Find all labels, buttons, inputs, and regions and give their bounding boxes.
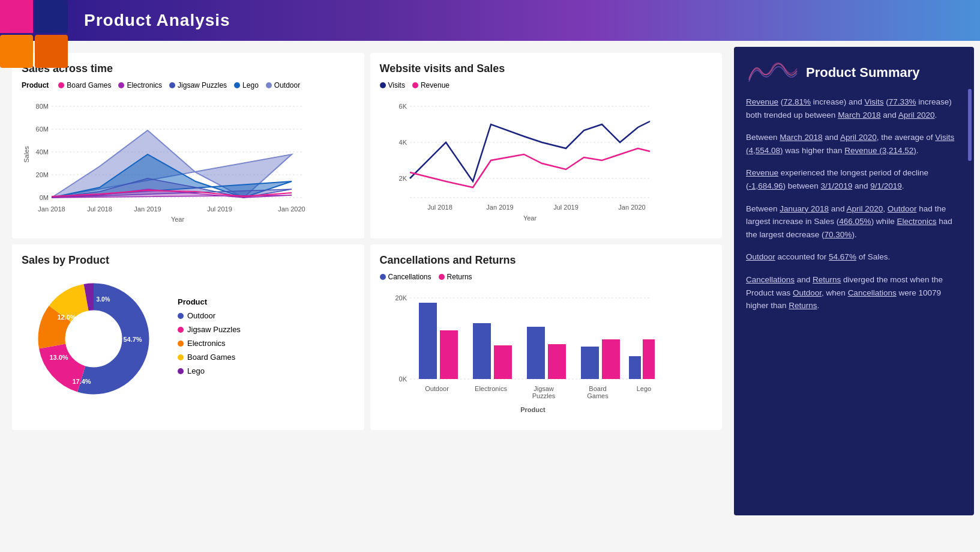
legend-board-games-donut: Board Games: [178, 353, 241, 362]
summary-panel: Product Summary Revenue (72.81% increase…: [734, 47, 974, 515]
summary-header: Product Summary: [746, 59, 962, 86]
lego-cancel-bar: [629, 356, 641, 379]
electronics-dot: [118, 82, 124, 88]
visits-dot: [380, 82, 386, 88]
visits-underline: Visits: [864, 97, 883, 106]
summary-p1: Revenue (72.81% increase) and Visits (77…: [746, 96, 962, 121]
svg-text:Puzzles: Puzzles: [532, 392, 555, 399]
website-visits-section: Website visits and Sales Visits Revenue: [370, 53, 723, 238]
legend-electronics-donut: Electronics: [178, 339, 241, 348]
svg-text:6K: 6K: [398, 103, 407, 110]
legend-lego-donut: Lego: [178, 366, 241, 375]
electronics-donut-label: Electronics: [187, 339, 226, 348]
visits-legend: Visits Revenue: [380, 81, 713, 89]
legend-jigsaw: Jigsaw Puzzles: [169, 81, 227, 89]
revenue-label: Revenue: [421, 81, 449, 89]
svg-text:Year: Year: [523, 214, 537, 222]
cancellations-legend: Cancellations Returns: [380, 273, 713, 281]
board-games-label: Board Games: [67, 81, 111, 89]
legend-lego: Lego: [234, 81, 259, 89]
board-games-dot: [58, 82, 64, 88]
revenue-underline: Revenue: [746, 97, 778, 106]
jigsaw-returns-bar: [548, 344, 566, 379]
electronics-donut-dot: [178, 341, 184, 347]
legend-visits: Visits: [380, 81, 405, 89]
boardgames-returns-bar: [602, 339, 620, 379]
revenue-decline: Revenue: [746, 168, 778, 177]
svg-text:Jul 2019: Jul 2019: [207, 205, 232, 213]
electronics-label: Electronics: [127, 81, 162, 89]
page-title: Product Analysis: [84, 11, 230, 30]
logo: [0, 0, 72, 72]
date-start: 3/1/2019: [821, 181, 853, 190]
sales-across-time-chart: 80M 60M 40M 20M 0M Sales: [22, 94, 310, 226]
donut-legend: Product Outdoor Jigsaw Puzzles Electroni…: [178, 297, 241, 380]
summary-wave-icon: [746, 59, 800, 86]
summary-title-rest: Summary: [856, 65, 919, 80]
summary-p5: Outdoor accounted for 54.67% of Sales.: [746, 250, 962, 264]
decline-val: -1,684.96: [749, 181, 783, 190]
product-legend-title: Product: [178, 297, 241, 306]
website-visits-chart: 6K 4K 2K Jul 2018 Jan 2019 Jul 2019 Jan …: [380, 94, 656, 226]
jigsaw-label: Jigsaw Puzzles: [178, 81, 227, 89]
svg-text:Jul 2019: Jul 2019: [553, 204, 579, 211]
svg-text:Jan 2019: Jan 2019: [134, 205, 161, 213]
march-2018: March 2018: [838, 111, 880, 120]
svg-text:Jan 2019: Jan 2019: [486, 204, 513, 211]
board-games-donut-label: Board Games: [187, 353, 235, 362]
outdoor-donut-label: Outdoor: [187, 311, 215, 320]
donut-chart: 54.7% 17.4% 13.0% 12.0% 3.0%: [22, 273, 166, 405]
svg-text:Year: Year: [171, 216, 185, 223]
outdoor-share: 54.67%: [829, 252, 856, 261]
lego-dot: [234, 82, 240, 88]
summary-p2: Between March 2018 and April 2020, the a…: [746, 131, 962, 157]
legend-product-label: Product: [22, 81, 49, 89]
legend-board-games: Board Games: [58, 81, 111, 89]
electronics-pct: 70.30%: [825, 230, 852, 239]
svg-text:Jan 2020: Jan 2020: [278, 205, 305, 213]
outdoor-pct: 466.05%: [839, 217, 871, 226]
svg-text:Jul 2018: Jul 2018: [427, 204, 452, 211]
jigsaw-dot: [169, 82, 175, 88]
cancellations-chart: 20K 0K: [380, 286, 656, 418]
svg-text:Board: Board: [589, 385, 606, 392]
summary-p4: Between January 2018 and April 2020, Out…: [746, 202, 962, 241]
summary-p3: Revenue experienced the longest period o…: [746, 166, 962, 192]
cancellations-dot: [380, 274, 386, 280]
charts-area: Sales across time Product Board Games El…: [0, 41, 734, 515]
sales-across-time-section: Sales across time Product Board Games El…: [12, 53, 364, 238]
svg-text:Electronics: Electronics: [475, 385, 507, 392]
summary-title: Product Summary: [806, 65, 920, 80]
svg-text:12.0%: 12.0%: [57, 314, 76, 321]
logo-orange: [0, 35, 33, 68]
svg-text:Jigsaw: Jigsaw: [534, 385, 554, 392]
charts-grid: Sales across time Product Board Games El…: [12, 53, 722, 430]
april-2020: April 2020: [898, 111, 935, 120]
revenue-pct: 72.81%: [783, 97, 811, 106]
cancellations-title: Cancellations and Returns: [380, 254, 713, 267]
electronics-cancel-bar: [473, 323, 491, 379]
legend-jigsaw-donut: Jigsaw Puzzles: [178, 325, 241, 334]
svg-text:13.0%: 13.0%: [49, 354, 68, 361]
returns-text2: Returns: [789, 301, 817, 310]
summary-p6: Cancellations and Returns diverged the m…: [746, 273, 962, 312]
sales-by-product-title: Sales by Product: [22, 254, 355, 267]
scrollbar-thumb[interactable]: [968, 89, 972, 161]
svg-text:3.0%: 3.0%: [97, 296, 110, 303]
april-2020-2: April 2020: [840, 133, 877, 142]
svg-text:Outdoor: Outdoor: [425, 385, 449, 392]
jigsaw-donut-dot: [178, 327, 184, 333]
boardgames-cancel-bar: [581, 347, 599, 379]
svg-text:80M: 80M: [36, 103, 49, 110]
svg-text:0K: 0K: [398, 375, 407, 383]
outdoor-increase: Outdoor: [888, 204, 917, 213]
returns-label: Returns: [447, 273, 472, 281]
donut-area: 54.7% 17.4% 13.0% 12.0% 3.0% Product Out…: [22, 273, 355, 405]
outdoor-donut-dot: [178, 313, 184, 319]
cancellations-text: Cancellations: [746, 275, 795, 284]
revenue-dot: [412, 82, 418, 88]
outdoor-cancel-bar: [419, 303, 437, 379]
logo-pink: [0, 0, 33, 33]
header: Product Analysis: [0, 0, 980, 41]
outdoor-returns-bar: [440, 330, 458, 379]
